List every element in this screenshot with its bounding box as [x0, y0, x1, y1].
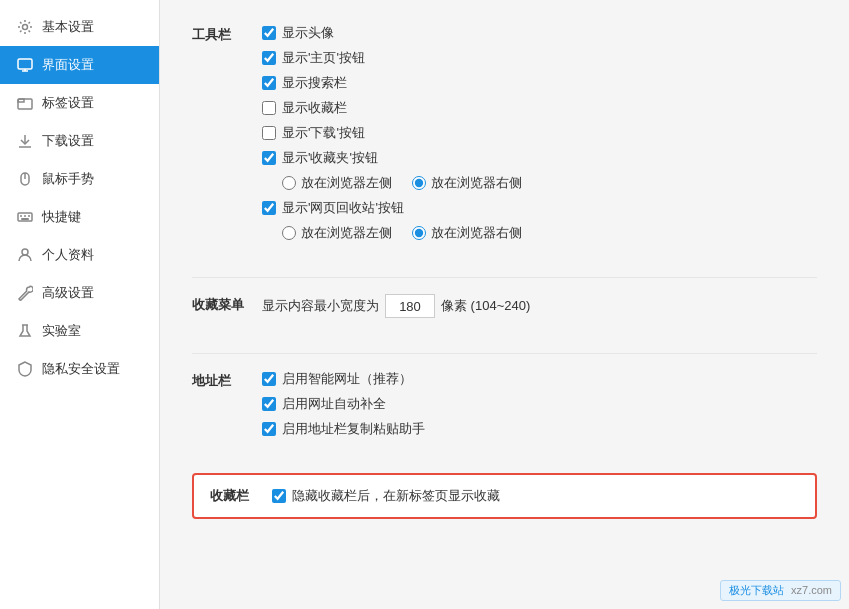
- paste-helper-row: 启用地址栏复制粘贴助手: [262, 420, 817, 438]
- auto-complete-checkbox[interactable]: [262, 397, 276, 411]
- svg-point-14: [22, 249, 28, 255]
- menu-width-prefix: 显示内容最小宽度为: [262, 297, 379, 315]
- svg-rect-1: [18, 59, 32, 69]
- svg-point-0: [23, 25, 28, 30]
- gear-icon: [16, 18, 34, 36]
- show-search-row: 显示搜索栏: [262, 74, 817, 92]
- sidebar-item-tabs[interactable]: 标签设置: [0, 84, 159, 122]
- sidebar-item-download[interactable]: 下载设置: [0, 122, 159, 160]
- show-search-label[interactable]: 显示搜索栏: [282, 74, 347, 92]
- divider-1: [192, 277, 817, 278]
- sidebar-item-label-lab: 实验室: [42, 322, 81, 340]
- show-download-btn-row: 显示'下载'按钮: [262, 124, 817, 142]
- smart-url-label[interactable]: 启用智能网址（推荐）: [282, 370, 412, 388]
- menu-label: 收藏菜单: [192, 294, 262, 314]
- lab-icon: [16, 322, 34, 340]
- address-label: 地址栏: [192, 370, 262, 390]
- sidebar-item-basic[interactable]: 基本设置: [0, 8, 159, 46]
- menu-row: 收藏菜单 显示内容最小宽度为 180 像素 (104~240): [192, 294, 817, 325]
- svg-rect-4: [18, 99, 32, 109]
- address-section: 地址栏 启用智能网址（推荐） 启用网址自动补全 启用地址栏复制粘贴助手: [192, 370, 817, 445]
- collection-left-label[interactable]: 放在浏览器左侧: [282, 174, 392, 192]
- show-avatar-row: 显示头像: [262, 24, 817, 42]
- logo-badge: 极光下载站 xz7.com: [720, 580, 841, 601]
- favorites-bar-section: 收藏栏 隐藏收藏栏后，在新标签页显示收藏: [192, 473, 817, 519]
- sidebar-item-privacy[interactable]: 隐私安全设置: [0, 350, 159, 388]
- toolbar-section: 工具栏 显示头像 显示'主页'按钮 显示搜索栏: [192, 24, 817, 249]
- hide-fav-bar-checkbox[interactable]: [272, 489, 286, 503]
- smart-url-checkbox[interactable]: [262, 372, 276, 386]
- toolbar-row: 工具栏 显示头像 显示'主页'按钮 显示搜索栏: [192, 24, 817, 249]
- toolbar-content: 显示头像 显示'主页'按钮 显示搜索栏 显示收藏栏: [262, 24, 817, 249]
- collect-page-right-radio[interactable]: [412, 226, 426, 240]
- smart-url-row: 启用智能网址（推荐）: [262, 370, 817, 388]
- logo-text: 极光下载站: [729, 584, 784, 596]
- hide-fav-bar-label[interactable]: 隐藏收藏栏后，在新标签页显示收藏: [292, 487, 500, 505]
- collection-position-row: 放在浏览器左侧 放在浏览器右侧: [282, 174, 817, 192]
- paste-helper-checkbox[interactable]: [262, 422, 276, 436]
- sidebar-item-label-ui: 界面设置: [42, 56, 94, 74]
- sidebar-item-label-mouse: 鼠标手势: [42, 170, 94, 188]
- tab-icon: [16, 94, 34, 112]
- show-search-checkbox[interactable]: [262, 76, 276, 90]
- collect-page-left-radio[interactable]: [282, 226, 296, 240]
- display-icon: [16, 56, 34, 74]
- toolbar-label: 工具栏: [192, 24, 262, 44]
- favorites-bar-label: 收藏栏: [210, 487, 260, 505]
- auto-complete-row: 启用网址自动补全: [262, 395, 817, 413]
- sidebar-item-label-privacy: 隐私安全设置: [42, 360, 120, 378]
- collection-right-text: 放在浏览器右侧: [431, 174, 522, 192]
- sidebar-item-profile[interactable]: 个人资料: [0, 236, 159, 274]
- show-favorites-label[interactable]: 显示收藏栏: [282, 99, 347, 117]
- show-collect-page-checkbox[interactable]: [262, 201, 276, 215]
- sidebar-item-ui[interactable]: 界面设置: [0, 46, 159, 84]
- sidebar-item-lab[interactable]: 实验室: [0, 312, 159, 350]
- collection-right-radio[interactable]: [412, 176, 426, 190]
- sidebar-item-label-shortcut: 快捷键: [42, 208, 81, 226]
- show-collection-btn-checkbox[interactable]: [262, 151, 276, 165]
- sidebar-item-mouse[interactable]: 鼠标手势: [0, 160, 159, 198]
- collect-page-left-text: 放在浏览器左侧: [301, 224, 392, 242]
- sidebar-item-label-basic: 基本设置: [42, 18, 94, 36]
- divider-2: [192, 353, 817, 354]
- collect-page-right-label[interactable]: 放在浏览器右侧: [412, 224, 522, 242]
- show-home-label[interactable]: 显示'主页'按钮: [282, 49, 365, 67]
- mouse-icon: [16, 170, 34, 188]
- collect-page-right-text: 放在浏览器右侧: [431, 224, 522, 242]
- collect-page-left-label[interactable]: 放在浏览器左侧: [282, 224, 392, 242]
- show-collection-btn-row: 显示'收藏夹'按钮: [262, 149, 817, 167]
- sidebar-item-advanced[interactable]: 高级设置: [0, 274, 159, 312]
- menu-width-suffix: 像素 (104~240): [441, 297, 530, 315]
- paste-helper-label[interactable]: 启用地址栏复制粘贴助手: [282, 420, 425, 438]
- show-collection-btn-label[interactable]: 显示'收藏夹'按钮: [282, 149, 378, 167]
- sidebar-item-shortcut[interactable]: 快捷键: [0, 198, 159, 236]
- show-favorites-checkbox[interactable]: [262, 101, 276, 115]
- keyboard-icon: [16, 208, 34, 226]
- favorites-bar-content: 隐藏收藏栏后，在新标签页显示收藏: [272, 487, 500, 505]
- menu-width-input[interactable]: 180: [385, 294, 435, 318]
- collection-right-label[interactable]: 放在浏览器右侧: [412, 174, 522, 192]
- show-avatar-label[interactable]: 显示头像: [282, 24, 334, 42]
- menu-content: 显示内容最小宽度为 180 像素 (104~240): [262, 294, 817, 325]
- shield-icon: [16, 360, 34, 378]
- menu-section: 收藏菜单 显示内容最小宽度为 180 像素 (104~240): [192, 294, 817, 325]
- address-row: 地址栏 启用智能网址（推荐） 启用网址自动补全 启用地址栏复制粘贴助手: [192, 370, 817, 445]
- show-collect-page-label[interactable]: 显示'网页回收站'按钮: [282, 199, 404, 217]
- show-download-btn-label[interactable]: 显示'下载'按钮: [282, 124, 365, 142]
- sidebar: 基本设置 界面设置 标签设置 下载: [0, 0, 160, 609]
- user-icon: [16, 246, 34, 264]
- menu-width-row: 显示内容最小宽度为 180 像素 (104~240): [262, 294, 817, 318]
- show-home-checkbox[interactable]: [262, 51, 276, 65]
- show-avatar-checkbox[interactable]: [262, 26, 276, 40]
- show-collect-page-row: 显示'网页回收站'按钮: [262, 199, 817, 217]
- show-download-btn-checkbox[interactable]: [262, 126, 276, 140]
- auto-complete-label[interactable]: 启用网址自动补全: [282, 395, 386, 413]
- collection-left-radio[interactable]: [282, 176, 296, 190]
- wrench-icon: [16, 284, 34, 302]
- show-favorites-row: 显示收藏栏: [262, 99, 817, 117]
- sidebar-item-label-advanced: 高级设置: [42, 284, 94, 302]
- sidebar-item-label-profile: 个人资料: [42, 246, 94, 264]
- sidebar-item-label-tabs: 标签设置: [42, 94, 94, 112]
- main-content: 工具栏 显示头像 显示'主页'按钮 显示搜索栏: [160, 0, 849, 609]
- collect-page-position-row: 放在浏览器左侧 放在浏览器右侧: [282, 224, 817, 242]
